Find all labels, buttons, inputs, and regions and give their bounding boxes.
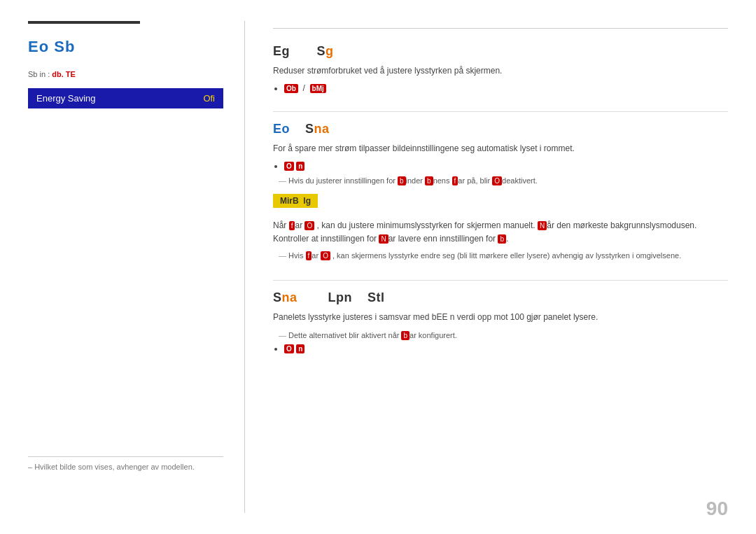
tag-n2: n [296, 344, 304, 353]
yellow-badge: MirB lg [273, 194, 318, 208]
sidebar: Eo Sb Sb in : db. TE Energy Saving Ofi –… [28, 21, 245, 513]
title-sna: Sna [305, 122, 330, 136]
tag-o2: O [304, 221, 314, 230]
section-title-energy-guide: Eg Sg [273, 44, 728, 59]
tag-far: f [452, 176, 458, 185]
title-stl: Stl [368, 290, 385, 304]
badge-desc: Når far O , kan du justere minimumslysst… [273, 219, 728, 246]
bullet-item-on2: O n [284, 344, 728, 353]
tag-o3: O [321, 251, 330, 260]
page-container: Eo Sb Sb in : db. TE Energy Saving Ofi –… [0, 0, 756, 534]
note-line-3: Dette alternativet blir aktivert når bar… [273, 330, 728, 342]
sidebar-item-energy-saving[interactable]: Energy Saving Ofi [28, 88, 223, 108]
tag-bnens: b [425, 176, 433, 185]
bullet-list-eo-sna: O n [284, 161, 728, 171]
tag-far3: f [306, 251, 312, 260]
bullet-list-sna-lpn: O n [284, 344, 728, 353]
tag-n: n [296, 162, 304, 171]
title-eo: Eo [273, 122, 290, 136]
section-eo-sna: Eo Sna For å spare mer strøm tilpasser b… [273, 122, 728, 262]
sidebar-menu-label: Sb in : db. TE [28, 70, 223, 78]
section-desc-sna-lpn: Panelets lysstyrke justeres i samsvar me… [273, 311, 728, 324]
title-lpn: Lpn [328, 290, 353, 304]
tag-bar: b [401, 331, 410, 340]
tag-o: O [492, 176, 502, 185]
note-line-1: Hvis du justerer innstillingen for binde… [273, 175, 728, 187]
tag-b: b [498, 234, 506, 244]
page-number: 90 [706, 498, 728, 520]
tag-nar: N [538, 221, 547, 230]
bullet-list-energy-guide: Ob / bMj [284, 83, 728, 93]
section-sna-lpn-stl: Sna Lpn Stl Panelets lysstyrke justeres … [273, 290, 728, 354]
tag-on: O [284, 162, 294, 171]
menu-sub-text: db. TE [52, 70, 76, 78]
section-title-sna-lpn-stl: Sna Lpn Stl [273, 290, 728, 305]
menu-label-text: Sb in [28, 70, 46, 78]
tag-on2: O [284, 344, 294, 353]
tag-far2: f [289, 221, 295, 230]
main-content: Eg Sg Reduser strømforbruket ved å juste… [245, 21, 728, 513]
bullet-item-on: O n [284, 161, 728, 171]
tag-bee: bEE [432, 312, 448, 322]
top-line [273, 28, 728, 29]
section-title-eo-sna: Eo Sna [273, 122, 728, 136]
tag-nar2: N [379, 234, 388, 244]
sidebar-item-label: Energy Saving [36, 93, 96, 104]
sidebar-footer: – Hvilket bilde som vises, avhenger av m… [28, 456, 223, 471]
tag-bmj: bMj [310, 84, 326, 93]
tag-binder: b [398, 176, 406, 185]
title-part-1: Eg [273, 44, 290, 58]
sidebar-title: Eo Sb [28, 38, 223, 56]
section-desc-eo-sna: For å spare mer strøm tilpasser bildeinn… [273, 142, 728, 155]
section-divider-1 [273, 111, 728, 112]
tag-ob: Ob [284, 84, 298, 93]
section-divider-2 [273, 280, 728, 281]
bullet-item: Ob / bMj [284, 83, 728, 93]
sidebar-top-bar [28, 21, 140, 24]
title-sna2: Sna [273, 290, 298, 304]
sidebar-item-value: Ofi [203, 93, 215, 104]
note-line-2: Hvis far O , kan skjermens lysstyrke end… [273, 250, 728, 262]
title-part-2: Sg [317, 44, 334, 58]
section-desc-energy-guide: Reduser strømforbruket ved å justere lys… [273, 64, 728, 78]
sidebar-footer-text: – Hvilket bilde som vises, avhenger av m… [28, 463, 195, 471]
section-energy-guide: Eg Sg Reduser strømforbruket ved å juste… [273, 44, 728, 93]
